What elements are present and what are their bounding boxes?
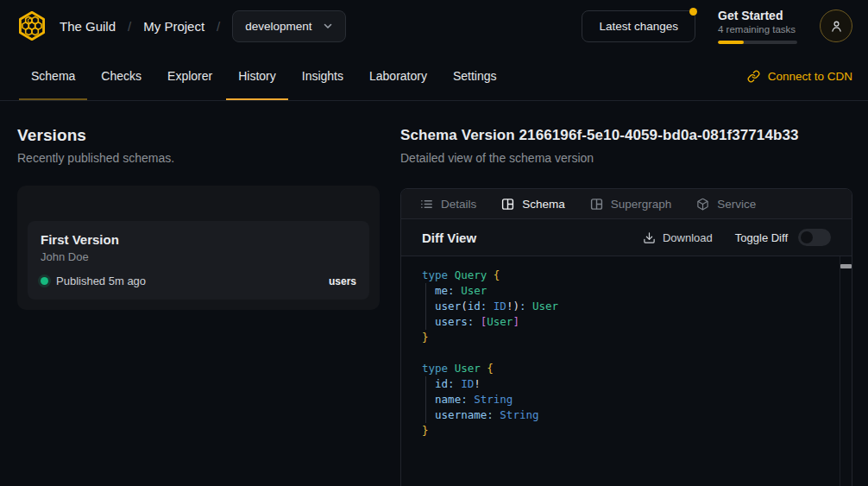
get-started-progressbar xyxy=(718,41,797,44)
columns-icon xyxy=(501,198,514,211)
service-badge: users xyxy=(329,275,356,287)
get-started-title: Get Started xyxy=(718,9,797,23)
nav-tab-checks[interactable]: Checks xyxy=(89,52,154,100)
detail-tab-supergraph[interactable]: Supergraph xyxy=(590,198,672,211)
code-line: name: String xyxy=(422,392,834,407)
version-name: First Version xyxy=(41,231,356,248)
code-line xyxy=(422,345,834,361)
chevron-down-icon xyxy=(323,21,333,31)
nav-tab-schema[interactable]: Schema xyxy=(19,52,87,100)
detail-tab-label: Schema xyxy=(522,198,565,211)
breadcrumb-project[interactable]: My Project xyxy=(143,19,204,34)
breadcrumb-org[interactable]: The Guild xyxy=(60,19,116,34)
detail-subtitle: Detailed view of the schema version xyxy=(400,150,852,166)
nav-tab-insights[interactable]: Insights xyxy=(290,52,355,100)
nav-tab-label: Checks xyxy=(101,69,142,83)
get-started-widget[interactable]: Get Started 4 remaining tasks xyxy=(718,9,797,44)
nav-tab-label: Settings xyxy=(453,69,497,83)
code-line: user(id: ID!): User xyxy=(422,299,834,314)
detail-card: DetailsSchemaSupergraphService Diff View… xyxy=(400,188,852,486)
app-header: The Guild / My Project / development Lat… xyxy=(0,0,868,52)
detail-tab-label: Supergraph xyxy=(611,198,672,211)
connect-to-cdn-link[interactable]: Connect to CDN xyxy=(747,52,852,100)
code-line: username: String xyxy=(422,407,834,423)
active-tab-underline xyxy=(19,98,87,101)
versions-title: Versions xyxy=(17,126,380,145)
detail-tab-details[interactable]: Details xyxy=(420,198,476,211)
latest-changes-label: Latest changes xyxy=(599,20,678,33)
code-line: users: [User] xyxy=(422,314,834,330)
connect-to-cdn-label: Connect to CDN xyxy=(768,70,852,83)
breadcrumb: The Guild / My Project / xyxy=(60,19,220,34)
cube-icon xyxy=(696,198,709,211)
toggle-diff-switch[interactable] xyxy=(798,229,831,246)
environment-select-value: development xyxy=(245,20,311,33)
detail-tab-service[interactable]: Service xyxy=(696,198,756,211)
code-line: type Query { xyxy=(422,268,834,283)
detail-title: Schema Version 2166196f-5e10-4059-bd0a-0… xyxy=(400,126,852,145)
code-line: me: User xyxy=(422,283,834,299)
nav-tab-label: Explorer xyxy=(167,69,212,83)
get-started-subtitle: 4 remaining tasks xyxy=(718,23,797,36)
nav-tab-label: History xyxy=(238,69,276,83)
main-nav-tabs: SchemaChecksExplorerHistoryInsightsLabor… xyxy=(19,52,509,100)
nav-tab-label: Schema xyxy=(31,69,75,83)
progress-fill xyxy=(718,41,744,44)
code-line: id: ID! xyxy=(422,376,834,392)
version-detail-panel: Schema Version 2166196f-5e10-4059-bd0a-0… xyxy=(393,101,868,486)
toggle-diff-label: Toggle Diff xyxy=(735,231,788,244)
user-avatar-button[interactable] xyxy=(820,9,852,42)
notification-dot xyxy=(689,8,697,16)
nav-tab-history[interactable]: History xyxy=(226,52,288,100)
nav-tab-label: Insights xyxy=(302,69,343,83)
switch-knob xyxy=(801,231,813,243)
download-icon xyxy=(643,231,656,244)
download-label: Download xyxy=(663,231,713,244)
list-icon xyxy=(420,198,433,211)
link-icon xyxy=(747,70,760,83)
code-line: } xyxy=(422,423,834,439)
version-author: John Doe xyxy=(41,249,356,264)
scrollbar-thumb[interactable] xyxy=(840,264,852,268)
latest-changes-button[interactable]: Latest changes xyxy=(582,10,695,42)
breadcrumb-separator: / xyxy=(128,19,131,34)
code-line: type User { xyxy=(422,361,834,376)
code-scrollbar[interactable] xyxy=(840,256,852,486)
versions-panel: Versions Recently published schemas. Fir… xyxy=(0,101,393,486)
diff-view-title: Diff View xyxy=(422,230,476,245)
detail-tab-label: Service xyxy=(717,198,756,211)
versions-subtitle: Recently published schemas. xyxy=(17,150,380,166)
code-block: type Query { me: User user(id: ID!): Use… xyxy=(401,256,852,439)
versions-list: First Version John Doe Published 5m ago … xyxy=(17,186,380,310)
user-icon xyxy=(829,19,844,34)
download-button[interactable]: Download xyxy=(643,231,713,244)
detail-tab-label: Details xyxy=(441,198,476,211)
environment-select[interactable]: development xyxy=(232,10,345,42)
nav-tab-label: Laboratory xyxy=(369,69,427,83)
nav-tab-explorer[interactable]: Explorer xyxy=(155,52,224,100)
version-list-item[interactable]: First Version John Doe Published 5m ago … xyxy=(28,221,369,300)
nav-tab-settings[interactable]: Settings xyxy=(441,52,509,100)
schema-code-viewer[interactable]: type Query { me: User user(id: ID!): Use… xyxy=(401,256,852,486)
published-status-dot xyxy=(41,277,48,285)
detail-tabs: DetailsSchemaSupergraphService xyxy=(401,189,852,219)
guild-hexagon-logo[interactable] xyxy=(16,9,48,42)
columns-icon xyxy=(590,198,603,211)
version-status: Published 5m ago xyxy=(56,275,146,287)
diff-toolbar: Diff View Download Toggle Diff xyxy=(401,219,852,256)
active-tab-underline xyxy=(226,98,288,101)
code-line: } xyxy=(422,330,834,345)
nav-tab-laboratory[interactable]: Laboratory xyxy=(357,52,439,100)
detail-tab-schema[interactable]: Schema xyxy=(501,198,565,211)
main-nav: SchemaChecksExplorerHistoryInsightsLabor… xyxy=(0,52,868,101)
breadcrumb-separator: / xyxy=(217,19,220,34)
